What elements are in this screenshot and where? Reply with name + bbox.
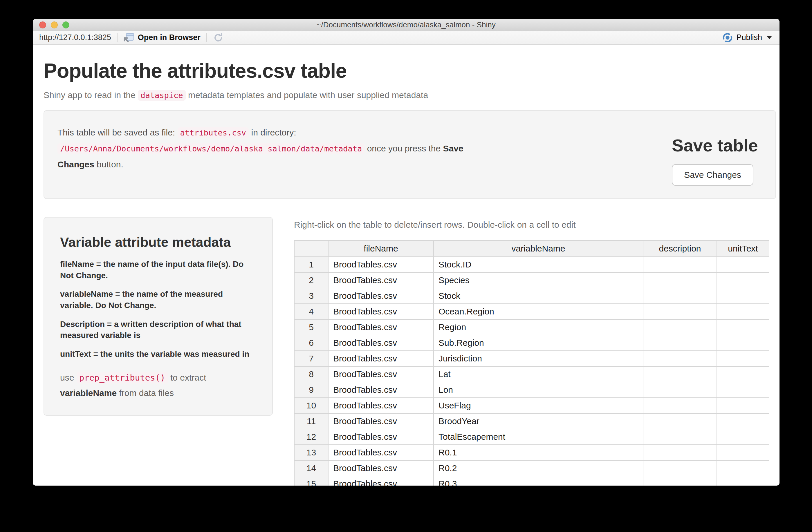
description-cell[interactable] bbox=[643, 445, 717, 460]
filename-cell[interactable]: BroodTables.csv bbox=[328, 413, 434, 429]
description-cell[interactable] bbox=[643, 366, 717, 382]
row-number-cell: 6 bbox=[294, 335, 328, 351]
unittext-cell[interactable] bbox=[717, 460, 769, 476]
filename-cell[interactable]: BroodTables.csv bbox=[328, 366, 434, 382]
table-row: 15 BroodTables.csv R0.3 bbox=[294, 476, 769, 486]
app-url-text: http://127.0.0.1:3825 bbox=[39, 33, 111, 42]
description-cell[interactable] bbox=[643, 257, 717, 272]
unittext-cell[interactable] bbox=[717, 476, 769, 486]
open-in-browser-label: Open in Browser bbox=[138, 33, 201, 42]
subtitle-text: Shiny app to read in the bbox=[44, 90, 135, 100]
unittext-cell[interactable] bbox=[717, 398, 769, 413]
filename-cell[interactable]: BroodTables.csv bbox=[328, 398, 434, 413]
description-cell[interactable] bbox=[643, 476, 717, 486]
variablename-cell[interactable]: Jurisdiction bbox=[434, 351, 643, 366]
refresh-button[interactable] bbox=[213, 32, 224, 43]
variablename-definition: variableName = the name of the measured … bbox=[60, 289, 256, 311]
filename-cell[interactable]: BroodTables.csv bbox=[328, 445, 434, 460]
unittext-cell[interactable] bbox=[717, 413, 769, 429]
unittext-cell[interactable] bbox=[717, 320, 769, 335]
usage-text-segment: from data files bbox=[119, 388, 174, 398]
table-row: 12 BroodTables.csv TotalEscapement bbox=[294, 429, 769, 445]
description-cell[interactable] bbox=[643, 429, 717, 445]
table-row: 11 BroodTables.csv BroodYear bbox=[294, 413, 769, 429]
description-cell[interactable] bbox=[643, 398, 717, 413]
row-number-cell: 9 bbox=[294, 382, 328, 398]
variablename-cell[interactable]: Region bbox=[434, 320, 643, 335]
variablename-cell[interactable]: Species bbox=[434, 272, 643, 288]
filename-cell[interactable]: BroodTables.csv bbox=[328, 351, 434, 366]
table-row: 10 BroodTables.csv UseFlag bbox=[294, 398, 769, 413]
variablename-cell[interactable]: BroodYear bbox=[434, 413, 643, 429]
row-number-cell: 1 bbox=[294, 257, 328, 272]
variablename-cell[interactable]: R0.1 bbox=[434, 445, 643, 460]
filename-cell[interactable]: BroodTables.csv bbox=[328, 272, 434, 288]
table-row: 7 BroodTables.csv Jurisdiction bbox=[294, 351, 769, 366]
variablename-cell[interactable]: Stock.ID bbox=[434, 257, 643, 272]
filename-cell[interactable]: BroodTables.csv bbox=[328, 304, 434, 320]
usage-text-segment: to extract bbox=[170, 373, 206, 382]
description-cell[interactable] bbox=[643, 460, 717, 476]
close-button[interactable] bbox=[39, 21, 46, 28]
save-changes-button[interactable]: Save Changes bbox=[672, 164, 753, 186]
table-row: 2 BroodTables.csv Species bbox=[294, 272, 769, 288]
row-number-cell: 13 bbox=[294, 445, 328, 460]
variablename-cell[interactable]: UseFlag bbox=[434, 398, 643, 413]
filename-cell[interactable]: BroodTables.csv bbox=[328, 257, 434, 272]
filename-cell[interactable]: BroodTables.csv bbox=[328, 429, 434, 445]
variablename-cell[interactable]: R0.3 bbox=[434, 476, 643, 486]
open-in-browser-button[interactable]: Open in Browser bbox=[124, 32, 201, 43]
variablename-cell[interactable]: Stock bbox=[434, 288, 643, 304]
filename-cell[interactable]: BroodTables.csv bbox=[328, 335, 434, 351]
filename-cell[interactable]: BroodTables.csv bbox=[328, 460, 434, 476]
filename-cell[interactable]: BroodTables.csv bbox=[328, 476, 434, 486]
table-column: Right-click on the table to delete/inser… bbox=[294, 217, 769, 486]
description-cell[interactable] bbox=[643, 413, 717, 429]
unittext-cell[interactable] bbox=[717, 351, 769, 366]
unittext-cell[interactable] bbox=[717, 445, 769, 460]
description-cell[interactable] bbox=[643, 351, 717, 366]
description-cell[interactable] bbox=[643, 304, 717, 320]
save-panel-text: This table will be saved as file: attrib… bbox=[57, 125, 487, 187]
main-row: Variable attribute metadata fileName = t… bbox=[44, 217, 776, 486]
row-number-header bbox=[294, 240, 328, 257]
variablename-cell[interactable]: Ocean.Region bbox=[434, 304, 643, 320]
description-cell[interactable] bbox=[643, 335, 717, 351]
variablename-cell[interactable]: TotalEscapement bbox=[434, 429, 643, 445]
unittext-cell[interactable] bbox=[717, 257, 769, 272]
directory-path-code: /Users/Anna/Documents/workflows/demo/ala… bbox=[57, 143, 364, 154]
unittext-cell[interactable] bbox=[717, 304, 769, 320]
variablename-cell[interactable]: Lon bbox=[434, 382, 643, 398]
description-cell[interactable] bbox=[643, 288, 717, 304]
unittext-cell[interactable] bbox=[717, 366, 769, 382]
publish-button[interactable]: Publish bbox=[722, 32, 772, 43]
unittext-cell[interactable] bbox=[717, 288, 769, 304]
description-cell[interactable] bbox=[643, 382, 717, 398]
page-title: Populate the attributes.csv table bbox=[44, 60, 776, 82]
unittext-cell[interactable] bbox=[717, 272, 769, 288]
toolbar-divider bbox=[117, 33, 117, 42]
window-title: ~/Documents/workflows/demo/alaska_salmon… bbox=[317, 20, 495, 29]
save-table-heading: Save table bbox=[672, 137, 758, 154]
description-cell[interactable] bbox=[643, 272, 717, 288]
unittext-cell[interactable] bbox=[717, 429, 769, 445]
filename-cell[interactable]: BroodTables.csv bbox=[328, 320, 434, 335]
filename-cell[interactable]: BroodTables.csv bbox=[328, 288, 434, 304]
variablename-cell[interactable]: Sub.Region bbox=[434, 335, 643, 351]
unittext-cell[interactable] bbox=[717, 382, 769, 398]
minimize-button[interactable] bbox=[51, 21, 58, 28]
page-subtitle: Shiny app to read in the dataspice metad… bbox=[44, 88, 776, 102]
open-in-browser-icon bbox=[124, 32, 134, 43]
row-number-cell: 3 bbox=[294, 288, 328, 304]
save-actions: Save table Save Changes bbox=[672, 137, 759, 187]
filename-cell[interactable]: BroodTables.csv bbox=[328, 382, 434, 398]
prep-attributes-note: use prep_attributes() to extract variabl… bbox=[60, 370, 256, 401]
variablename-cell[interactable]: Lat bbox=[434, 366, 643, 382]
dataspice-code: dataspice bbox=[138, 90, 186, 101]
variablename-cell[interactable]: R0.2 bbox=[434, 460, 643, 476]
app-content: Populate the attributes.csv table Shiny … bbox=[33, 45, 780, 486]
description-cell[interactable] bbox=[643, 320, 717, 335]
row-number-cell: 8 bbox=[294, 366, 328, 382]
unittext-cell[interactable] bbox=[717, 335, 769, 351]
zoom-window-button[interactable] bbox=[62, 21, 69, 28]
